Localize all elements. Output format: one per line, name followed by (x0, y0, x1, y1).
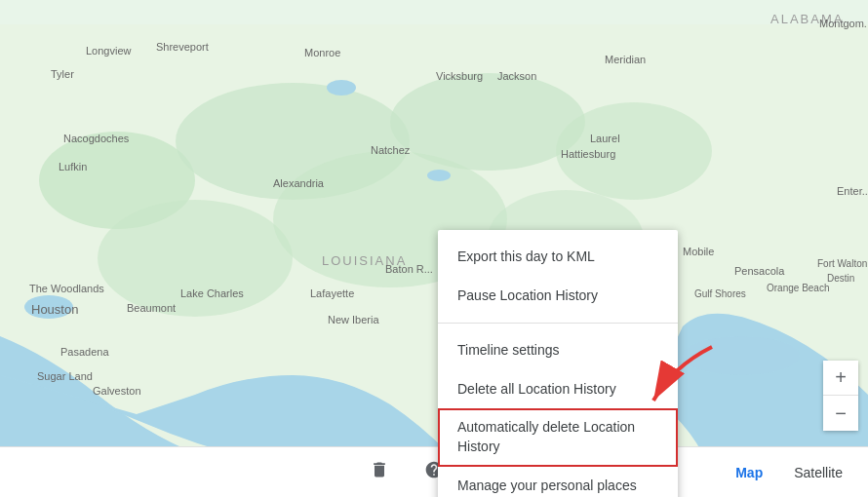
svg-point-11 (427, 170, 451, 181)
menu-item-auto-delete[interactable]: Automatically delete Location History (438, 408, 678, 466)
menu-divider-1 (438, 323, 678, 324)
dropdown-menu: Export this day to KML Pause Location Hi… (438, 230, 678, 497)
svg-point-1 (683, 336, 800, 375)
zoom-in-button[interactable]: + (823, 361, 858, 396)
svg-point-6 (98, 200, 293, 317)
menu-item-timeline-settings[interactable]: Timeline settings (438, 331, 678, 370)
satellite-view-button[interactable]: Satellite (778, 457, 858, 488)
map-container: ALABAMA LOUISIANA Shreveport Longview Ty… (0, 0, 868, 497)
svg-point-10 (327, 80, 356, 96)
zoom-out-button[interactable]: − (823, 396, 858, 431)
map-svg (0, 0, 868, 497)
menu-item-export-kml[interactable]: Export this day to KML (438, 238, 678, 277)
svg-point-9 (24, 295, 73, 319)
map-satellite-toggle: Map Satellite (720, 457, 858, 488)
trash-icon[interactable] (362, 452, 397, 487)
bottom-toolbar: Map Satellite (0, 446, 868, 497)
zoom-controls: + − (823, 361, 858, 431)
svg-point-5 (556, 102, 712, 200)
menu-item-personal-places[interactable]: Manage your personal places (438, 467, 678, 497)
menu-item-pause-history[interactable]: Pause Location History (438, 277, 678, 316)
menu-item-delete-history[interactable]: Delete all Location History (438, 370, 678, 409)
map-view-button[interactable]: Map (720, 457, 778, 488)
